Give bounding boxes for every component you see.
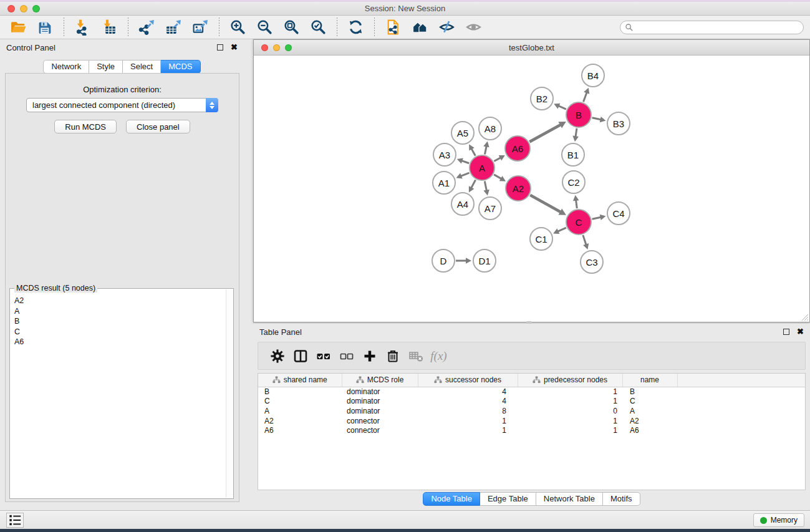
select-all-icon[interactable] xyxy=(316,348,332,364)
mcds-result-item[interactable]: B xyxy=(14,316,226,327)
graph-node-a6[interactable]: A6 xyxy=(504,135,531,162)
graph-node-c[interactable]: C xyxy=(566,209,592,235)
close-network-icon[interactable] xyxy=(261,44,268,51)
table-cell[interactable]: 1 xyxy=(518,416,622,426)
table-cell[interactable]: 1 xyxy=(518,425,622,435)
tab-network-table[interactable]: Network Table xyxy=(536,492,603,506)
graph-node-a8[interactable]: A8 xyxy=(478,117,502,140)
tab-select[interactable]: Select xyxy=(123,60,161,74)
network-canvas[interactable]: B4B2BB3A8A5A6B1A3AA1C2A2A4A7C4CC1DD1C3 xyxy=(254,56,809,322)
graph-node-a2[interactable]: A2 xyxy=(505,175,531,201)
graph-node-b4[interactable]: B4 xyxy=(581,64,605,87)
table-row[interactable]: Bdominator41B xyxy=(258,387,805,397)
graph-node-a7[interactable]: A7 xyxy=(478,196,502,220)
import-table-icon[interactable] xyxy=(100,18,119,37)
show-columns-icon[interactable] xyxy=(292,348,309,364)
graph-node-a3[interactable]: A3 xyxy=(433,143,456,167)
run-mcds-button[interactable]: Run MCDS xyxy=(54,120,117,133)
table-cell[interactable]: 8 xyxy=(418,406,518,416)
table-cell[interactable]: 1 xyxy=(518,397,622,407)
column-header-shared-name[interactable]: shared name xyxy=(258,374,342,387)
apply-layout-icon[interactable] xyxy=(347,18,365,37)
network-home-icon[interactable] xyxy=(411,18,430,37)
graph-node-c2[interactable]: C2 xyxy=(562,170,586,194)
result-scrollbar[interactable] xyxy=(226,289,233,498)
table-cell[interactable]: dominator xyxy=(342,397,418,407)
graph-node-a4[interactable]: A4 xyxy=(451,192,475,216)
table-cell[interactable]: A xyxy=(622,406,677,416)
table-row[interactable]: Adominator80A xyxy=(258,406,805,416)
create-column-icon[interactable] xyxy=(362,348,378,364)
zoom-out-icon[interactable] xyxy=(256,18,274,37)
network-window-titlebar[interactable]: testGlobe.txt xyxy=(254,40,809,56)
export-table-icon[interactable] xyxy=(165,18,183,37)
table-cell[interactable]: 1 xyxy=(418,425,518,435)
mcds-result-item[interactable]: A xyxy=(14,306,226,317)
close-window-icon[interactable] xyxy=(7,5,15,12)
table-cell[interactable]: 4 xyxy=(418,387,518,397)
zoom-fit-icon[interactable] xyxy=(282,18,301,37)
table-cell[interactable]: A2 xyxy=(258,416,342,426)
column-header-predecessor-nodes[interactable]: predecessor nodes xyxy=(518,374,622,387)
table-cell[interactable]: B xyxy=(258,387,342,397)
minimize-window-icon[interactable] xyxy=(20,5,27,12)
table-cell[interactable]: 0 xyxy=(518,406,622,416)
save-session-icon[interactable] xyxy=(36,18,55,37)
table-cell[interactable]: 1 xyxy=(518,387,622,397)
mcds-result-item[interactable]: A2 xyxy=(14,296,226,306)
task-history-button[interactable] xyxy=(6,513,24,528)
zoom-in-icon[interactable] xyxy=(229,18,248,37)
table-cell[interactable]: 4 xyxy=(418,397,518,407)
mcds-result-list[interactable]: A2ABCA6 xyxy=(11,289,226,498)
tab-mcds[interactable]: MCDS xyxy=(161,60,200,74)
delete-columns-icon[interactable] xyxy=(385,348,401,364)
column-header-successor-nodes[interactable]: successor nodes xyxy=(418,374,518,387)
graph-node-c1[interactable]: C1 xyxy=(529,227,553,251)
resize-grip-icon[interactable] xyxy=(800,312,809,321)
deselect-all-icon[interactable] xyxy=(339,348,355,364)
graph-node-b1[interactable]: B1 xyxy=(561,143,585,167)
tab-network[interactable]: Network xyxy=(43,60,89,74)
graph-node-c3[interactable]: C3 xyxy=(580,250,604,274)
table-cell[interactable]: A6 xyxy=(258,425,342,435)
table-cell[interactable]: connector xyxy=(342,425,418,435)
tab-edge-table[interactable]: Edge Table xyxy=(480,492,536,506)
table-cell[interactable]: connector xyxy=(342,416,418,426)
duplicate-network-icon[interactable] xyxy=(384,18,403,37)
column-header-MCDS-role[interactable]: MCDS role xyxy=(342,374,418,387)
float-panel-icon[interactable] xyxy=(217,44,223,51)
graph-node-d[interactable]: D xyxy=(432,249,455,273)
graph-node-d1[interactable]: D1 xyxy=(473,249,496,273)
graph-node-a[interactable]: A xyxy=(469,155,495,181)
maximize-network-icon[interactable] xyxy=(285,44,292,51)
memory-button[interactable]: Memory xyxy=(753,513,804,527)
table-row[interactable]: A6connector11A6 xyxy=(258,425,805,435)
tab-node-table[interactable]: Node Table xyxy=(423,492,480,506)
table-cell[interactable]: B xyxy=(622,387,677,397)
float-table-panel-icon[interactable] xyxy=(783,329,789,335)
table-cell[interactable]: C xyxy=(622,397,677,407)
table-row[interactable]: Cdominator41C xyxy=(258,397,805,407)
graph-node-c4[interactable]: C4 xyxy=(607,201,630,225)
column-header-name[interactable]: name xyxy=(622,374,677,387)
table-row[interactable]: A2connector11A2 xyxy=(258,416,805,426)
table-cell[interactable]: A6 xyxy=(622,425,677,435)
close-table-panel-icon[interactable]: ✖ xyxy=(797,329,804,335)
search-box[interactable] xyxy=(620,21,804,34)
graph-node-b3[interactable]: B3 xyxy=(607,112,630,135)
table-cell[interactable]: 1 xyxy=(418,416,518,426)
zoom-selected-icon[interactable] xyxy=(309,18,328,37)
table-cell[interactable]: A2 xyxy=(622,416,677,426)
graph-node-a1[interactable]: A1 xyxy=(432,171,456,195)
table-cell[interactable]: dominator xyxy=(342,387,418,397)
tab-motifs[interactable]: Motifs xyxy=(603,492,640,506)
graph-node-b[interactable]: B xyxy=(566,102,592,128)
table-cell[interactable]: dominator xyxy=(342,406,418,416)
minimize-network-icon[interactable] xyxy=(273,44,280,51)
search-input[interactable] xyxy=(634,22,803,33)
graph-node-a5[interactable]: A5 xyxy=(451,121,475,145)
export-network-icon[interactable] xyxy=(138,18,157,37)
close-panel-icon[interactable]: ✖ xyxy=(231,44,238,51)
table-cell[interactable]: C xyxy=(258,397,342,407)
import-network-icon[interactable] xyxy=(74,18,92,37)
